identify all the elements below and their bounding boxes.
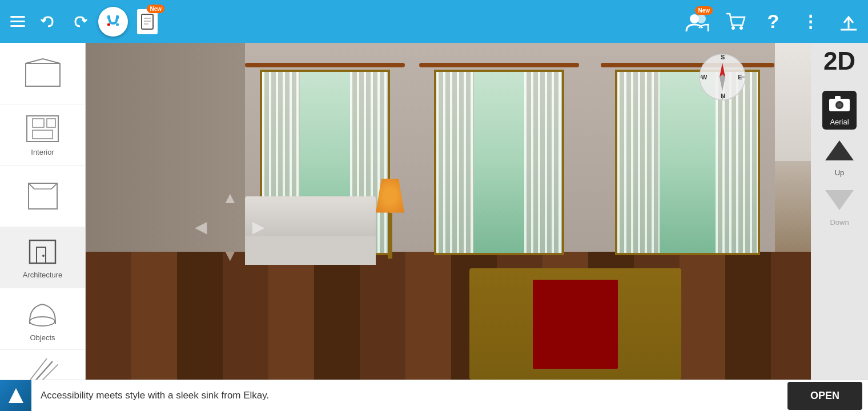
aerial-label: Aerial (830, 118, 849, 126)
undo-button[interactable] (34, 8, 62, 35)
svg-point-10 (732, 26, 735, 30)
nav-up[interactable]: ▲ (216, 184, 244, 212)
svg-rect-19 (33, 130, 53, 139)
svg-rect-3 (116, 23, 119, 26)
ad-open-button[interactable]: OPEN (787, 382, 862, 410)
upload-button[interactable] (835, 8, 862, 35)
nav-right[interactable]: ▶ (245, 213, 273, 241)
sidebar-item-interior-label: Interior (31, 148, 54, 156)
sidebar-item-architecture-label: Architecture (23, 271, 62, 279)
users-button[interactable]: New (683, 7, 712, 36)
sidebar-item-interior[interactable]: Interior (0, 104, 85, 166)
svg-marker-15 (26, 59, 60, 63)
down-label: Down (830, 218, 849, 227)
nav-left[interactable]: ◀ (187, 213, 215, 241)
cart-button[interactable] (722, 8, 749, 35)
nav-center (216, 213, 244, 241)
ad-logo (0, 380, 31, 412)
nav-down-left[interactable] (187, 242, 215, 270)
curtain-rod-3 (601, 63, 775, 67)
svg-line-21 (29, 183, 34, 189)
toolbar: New New ? ⋮ (0, 0, 868, 43)
svg-rect-23 (30, 240, 55, 263)
up-arrow-icon (824, 138, 855, 168)
new-badge: New (147, 5, 164, 13)
sidebar-item-architecture[interactable]: Architecture (0, 227, 85, 289)
svg-rect-1 (116, 15, 119, 19)
svg-rect-17 (33, 119, 44, 127)
sidebar: Interior Architecture Objects (0, 43, 86, 411)
svg-line-22 (51, 183, 57, 189)
nav-up-left[interactable] (187, 184, 215, 212)
users-new-badge: New (695, 6, 713, 15)
navigation-arrows: ▲ ◀ ▶ ▼ (187, 184, 273, 270)
nav-up-right[interactable] (245, 184, 273, 212)
ad-text: Accessibility meets style with a sleek s… (31, 390, 787, 401)
down-button[interactable]: Down (822, 185, 858, 229)
sidebar-item-objects-label: Objects (30, 333, 55, 342)
svg-rect-4 (142, 14, 153, 29)
new-page-button[interactable]: New (132, 7, 162, 37)
svg-point-11 (740, 26, 743, 30)
svg-point-45 (837, 103, 842, 107)
compass: S N W E (697, 51, 748, 103)
floor-lamp (376, 179, 404, 259)
svg-rect-2 (107, 23, 110, 26)
sidebar-item-walls[interactable] (0, 166, 85, 227)
svg-marker-47 (825, 140, 854, 160)
down-arrow-icon (824, 187, 855, 218)
svg-point-9 (697, 14, 706, 23)
dining-table (469, 268, 681, 380)
sidebar-item-objects[interactable]: Objects (0, 288, 85, 350)
aerial-view-button[interactable]: Aerial (822, 91, 857, 130)
up-button[interactable]: Up (822, 135, 858, 179)
svg-marker-49 (9, 388, 23, 403)
magnet-button[interactable] (98, 7, 128, 37)
svg-rect-16 (27, 116, 58, 142)
ad-banner: Accessibility meets style with a sleek s… (0, 380, 868, 411)
menu-button[interactable] (6, 11, 30, 31)
svg-marker-48 (825, 190, 854, 210)
nav-down-right[interactable] (245, 242, 273, 270)
right-panel: 2D Aerial Up Down (811, 43, 868, 411)
table-runner (533, 280, 618, 369)
svg-point-26 (30, 317, 55, 326)
curtain-rod-2 (419, 63, 578, 67)
main-3d-view[interactable]: ▲ ◀ ▶ ▼ S N W E (86, 43, 811, 380)
view-2d-button[interactable]: 2D (823, 49, 855, 74)
svg-rect-0 (107, 15, 110, 19)
more-button[interactable]: ⋮ (797, 8, 825, 35)
svg-rect-18 (47, 119, 55, 127)
dining-area (412, 178, 739, 380)
nav-down[interactable]: ▼ (216, 242, 244, 270)
redo-button[interactable] (66, 8, 94, 35)
sidebar-item-room[interactable] (0, 43, 85, 104)
svg-point-25 (42, 255, 45, 257)
help-button[interactable]: ? (760, 8, 787, 35)
up-label: Up (835, 168, 845, 177)
camera-icon (828, 94, 851, 116)
curtain-rod-1 (245, 63, 404, 67)
svg-text:N: N (721, 92, 725, 99)
svg-rect-46 (835, 96, 841, 99)
svg-rect-14 (26, 63, 60, 86)
